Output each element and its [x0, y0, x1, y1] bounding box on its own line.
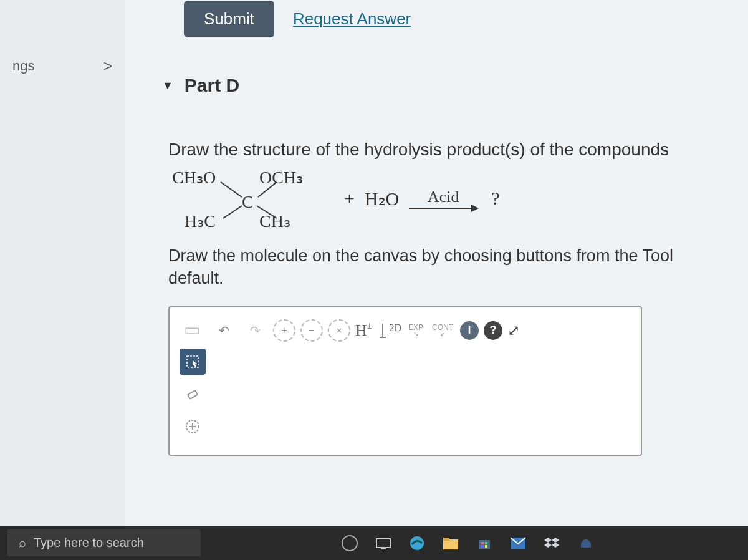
substituent-ch3o: CH₃O — [172, 167, 216, 188]
hydrogen-tool[interactable]: H± — [355, 321, 372, 340]
undo-button[interactable]: ↶ — [211, 317, 237, 344]
content-area: Submit Request Answer ▼ Part D Draw the … — [125, 0, 748, 560]
substituent-ch3: CH₃ — [259, 211, 290, 231]
info-icon[interactable]: i — [460, 321, 479, 340]
svg-rect-12 — [376, 539, 390, 548]
cortana-icon[interactable] — [335, 529, 364, 558]
search-placeholder: Type here to search — [34, 536, 144, 550]
svg-rect-17 — [479, 540, 490, 549]
best-fit-button[interactable]: × — [328, 319, 350, 342]
twod-tool[interactable]: 2D — [376, 322, 401, 339]
canvas-toolbar-left — [180, 349, 206, 440]
canvas-instruction: Draw the molecule on the canvas by choos… — [168, 244, 729, 290]
eraser-tool[interactable] — [180, 381, 206, 407]
arrow-condition-label: Acid — [428, 188, 459, 206]
svg-marker-26 — [552, 543, 559, 548]
question-prompt: Draw the structure of the hydrolysis pro… — [168, 140, 729, 160]
svg-marker-7 — [193, 360, 198, 367]
new-document-icon[interactable]: ▭ — [180, 317, 204, 342]
svg-marker-25 — [544, 543, 552, 548]
redo-button[interactable]: ↷ — [242, 317, 268, 344]
chevron-right-icon: > — [103, 57, 112, 75]
chemical-equation: CH₃O OCH₃ C H₃C CH₃ + H₂O Acid — [172, 167, 729, 229]
windows-taskbar: ⌕ Type here to search — [0, 526, 748, 560]
svg-line-2 — [223, 206, 242, 218]
drawing-canvas-container: ▭ ↶ ↷ + − × H± 2D — [168, 306, 642, 456]
zoom-out-button[interactable]: − — [300, 319, 323, 342]
svg-rect-18 — [481, 542, 484, 544]
search-icon: ⌕ — [19, 536, 26, 550]
help-icon[interactable]: ? — [484, 321, 502, 340]
expand-icon[interactable]: ⤢ — [507, 322, 520, 339]
dropbox-icon[interactable] — [537, 529, 566, 558]
mail-icon[interactable] — [504, 529, 532, 558]
select-tool[interactable] — [180, 349, 206, 375]
svg-marker-23 — [544, 538, 552, 543]
svg-rect-20 — [481, 545, 484, 548]
reactant-structure: CH₃O OCH₃ C H₃C CH₃ — [172, 167, 334, 229]
substituent-och3: OCH₃ — [259, 167, 303, 188]
edge-icon[interactable] — [403, 529, 431, 558]
svg-rect-19 — [485, 542, 487, 544]
part-collapse-toggle[interactable]: ▼ — [162, 79, 173, 92]
svg-marker-24 — [552, 538, 559, 543]
svg-rect-21 — [485, 545, 487, 548]
request-answer-link[interactable]: Request Answer — [293, 9, 411, 29]
center-carbon: C — [242, 192, 254, 212]
app-icon[interactable] — [571, 529, 600, 558]
submit-button[interactable]: Submit — [184, 1, 274, 37]
svg-rect-15 — [443, 539, 458, 549]
zoom-in-button[interactable]: + — [273, 319, 295, 342]
file-explorer-icon[interactable] — [436, 529, 465, 558]
task-view-icon[interactable] — [369, 529, 398, 558]
plus-sign: + — [344, 188, 355, 209]
sidebar-item-label: ngs — [12, 58, 34, 74]
part-title: Part D — [185, 75, 239, 96]
substituent-h3c: H₃C — [185, 211, 216, 231]
sidebar: ngs > — [0, 0, 125, 560]
canvas-toolbar-top: ↶ ↷ + − × H± 2D EXP — [211, 317, 628, 344]
sidebar-item-ngs[interactable]: ngs > — [0, 50, 125, 82]
svg-rect-16 — [443, 538, 449, 541]
water-molecule: H₂O — [365, 188, 399, 210]
product-placeholder: ? — [491, 188, 499, 209]
reaction-arrow: Acid — [409, 188, 477, 209]
taskbar-search[interactable]: ⌕ Type here to search — [7, 529, 201, 556]
svg-rect-8 — [188, 390, 198, 399]
svg-line-0 — [221, 182, 242, 197]
add-atom-tool[interactable] — [180, 413, 206, 440]
store-icon[interactable] — [470, 529, 499, 558]
